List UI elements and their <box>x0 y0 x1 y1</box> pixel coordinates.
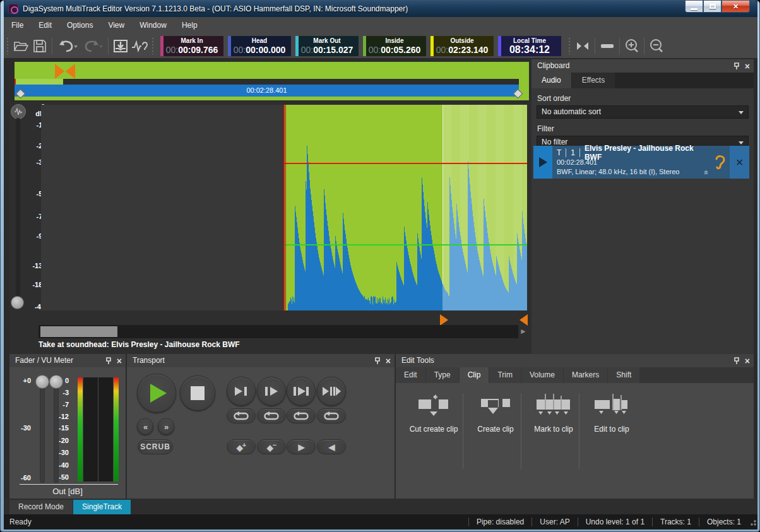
add-marker-button[interactable]: ◆+ <box>227 439 256 454</box>
menu-window[interactable]: Window <box>132 18 174 33</box>
loop-play-to-button[interactable] <box>227 408 256 423</box>
pin-icon[interactable] <box>733 62 740 70</box>
forward-button[interactable]: » <box>158 418 174 435</box>
play-around-cursor-button[interactable] <box>317 377 346 406</box>
mark-to-clip-button[interactable]: Mark to clip <box>525 392 583 434</box>
mark-out-marker-icon[interactable] <box>520 314 528 326</box>
clip-delete-button[interactable]: × <box>730 146 749 179</box>
time-display-local-time[interactable]: Local Time 08:34:12 <box>498 36 561 56</box>
time-display-mark-out[interactable]: Mark Out 00:00:15.027 <box>295 36 359 56</box>
pin-icon[interactable] <box>733 357 740 365</box>
snap-to-marks-button[interactable] <box>573 37 592 55</box>
main-area: 00:02:28.401 0 dB -1- -2- -3- -5- -7- -9… <box>4 59 757 354</box>
scrub-button[interactable]: SCRUB <box>138 439 173 454</box>
edit-to-clip-button[interactable]: Edit to clip <box>583 392 641 434</box>
play-to-icon <box>234 386 248 396</box>
minimize-button[interactable] <box>685 1 703 13</box>
overview-take-bar[interactable]: 00:02:28.401 <box>15 85 519 97</box>
tab-record-mode[interactable]: Record Mode <box>9 500 73 514</box>
time-display-outside[interactable]: Outside 00:02:23.140 <box>430 36 494 56</box>
import-take-button[interactable] <box>111 37 130 55</box>
overview-progress-bar[interactable] <box>15 79 519 85</box>
menu-help[interactable]: Help <box>174 18 205 33</box>
tab-type[interactable]: Type <box>426 367 459 383</box>
toolbar-grip[interactable] <box>6 38 9 54</box>
track-overview[interactable]: 00:02:28.401 <box>9 59 534 102</box>
menu-view[interactable]: View <box>100 18 132 33</box>
fader-left-track[interactable] <box>40 379 45 483</box>
loop-between-marks-button[interactable] <box>287 408 316 423</box>
clip-play-button[interactable] <box>533 146 552 179</box>
zoom-in-button[interactable] <box>622 37 641 55</box>
tab-singletrack[interactable]: SingleTrack <box>73 500 131 514</box>
play-from-cursor-button[interactable] <box>257 377 286 406</box>
rewind-button[interactable]: « <box>137 418 153 435</box>
mark-in-marker-icon[interactable] <box>440 314 448 326</box>
zoom-out-button[interactable] <box>647 37 666 55</box>
tab-shift[interactable]: Shift <box>608 367 639 383</box>
play-between-marks-button[interactable] <box>287 377 316 406</box>
pin-icon[interactable] <box>374 357 381 365</box>
redo-button[interactable] <box>80 37 105 55</box>
tab-effects[interactable]: Effects <box>572 73 615 88</box>
panel-close-icon[interactable]: × <box>386 357 391 365</box>
toolbar-grip[interactable] <box>151 38 155 54</box>
cut-create-clip-button[interactable]: Cut create clip <box>405 392 463 434</box>
vertical-zoom-slider-knob[interactable] <box>11 296 24 309</box>
vertical-zoom-slider[interactable] <box>16 118 20 309</box>
maximize-button[interactable] <box>703 1 721 13</box>
stop-button[interactable] <box>180 375 215 411</box>
panel-close-icon[interactable]: × <box>117 357 122 365</box>
time-display-head[interactable]: Head 00:00:00.000 <box>228 36 291 56</box>
loop-play-from-button[interactable] <box>257 408 286 423</box>
create-clip-button[interactable]: Create clip <box>466 392 525 434</box>
edit-tools-panel-title[interactable]: Edit Tools × <box>396 354 754 367</box>
collapse-chevron-icon[interactable]: » <box>701 170 710 175</box>
waveform-canvas[interactable] <box>41 105 527 310</box>
overview-mark-out-handle-icon[interactable] <box>66 64 75 79</box>
panel-close-icon[interactable]: × <box>745 62 750 71</box>
close-button[interactable]: ✕ <box>721 1 750 13</box>
tab-audio[interactable]: Audio <box>531 73 571 88</box>
fader-left-knob[interactable] <box>35 375 49 389</box>
resize-grip[interactable] <box>749 518 756 526</box>
tab-markers[interactable]: Markers <box>564 367 607 383</box>
time-display-mark-in[interactable]: Mark In 00:00:09.766 <box>160 36 223 56</box>
undo-button[interactable] <box>55 37 80 55</box>
tab-clip[interactable]: Clip <box>460 367 489 383</box>
overview-mark-in-handle-icon[interactable] <box>55 64 64 79</box>
clip-prelisten-button[interactable] <box>710 146 730 179</box>
menu-file[interactable]: File <box>4 18 31 33</box>
menu-options[interactable]: Options <box>59 18 100 33</box>
pin-icon[interactable] <box>105 357 112 365</box>
fader-vu-panel-title[interactable]: Fader / VU Meter × <box>9 354 126 367</box>
zoom-fit-button[interactable] <box>598 37 617 55</box>
clip-info[interactable]: T 1 Elvis Presley - Jailhouse Rock BWF 0… <box>552 146 710 179</box>
horizontal-scrollbar[interactable] <box>39 325 518 338</box>
time-display-inside[interactable]: Inside 00:00:05.260 <box>363 36 426 56</box>
menu-edit[interactable]: Edit <box>31 18 59 33</box>
tab-trim[interactable]: Trim <box>489 367 521 383</box>
waveform-zoom-knob[interactable] <box>11 104 26 119</box>
next-marker-button[interactable]: ▶ <box>287 439 316 454</box>
sort-order-dropdown[interactable]: No automatic sort <box>537 105 749 119</box>
scrollbar-thumb[interactable] <box>40 326 117 337</box>
previous-marker-button[interactable]: ◀ <box>317 439 346 454</box>
toolbar-grip[interactable] <box>567 38 571 54</box>
title-bar[interactable]: DigaSystem MultiTrack Editor Version 7.1… <box>4 1 757 17</box>
transport-panel-title[interactable]: Transport × <box>127 354 395 367</box>
clipboard-panel-title[interactable]: Clipboard × <box>531 59 754 73</box>
tab-edit[interactable]: Edit <box>396 367 425 383</box>
tab-volume[interactable]: Volume <box>521 367 563 383</box>
vu-scale-label: 0 <box>52 377 69 384</box>
scroll-right-arrow[interactable]: ► <box>520 327 527 336</box>
clipboard-clip-item[interactable]: T 1 Elvis Presley - Jailhouse Rock BWF 0… <box>533 146 749 179</box>
remove-marker-button[interactable]: ◆− <box>257 439 286 454</box>
panel-close-icon[interactable]: × <box>745 357 750 365</box>
open-file-button[interactable] <box>11 37 30 55</box>
play-to-cursor-button[interactable] <box>227 377 256 406</box>
prelisten-button[interactable] <box>130 37 149 55</box>
save-button[interactable] <box>30 37 49 55</box>
play-button[interactable] <box>137 374 176 413</box>
loop-selection-button[interactable] <box>317 408 346 423</box>
